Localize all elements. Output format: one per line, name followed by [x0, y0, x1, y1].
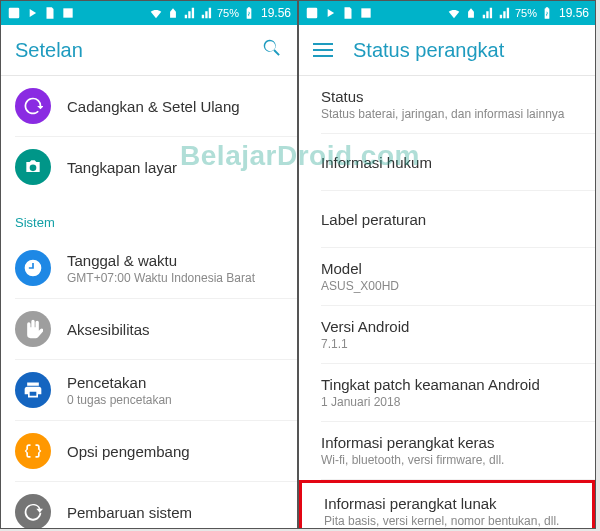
row-title: Cadangkan & Setel Ulang	[67, 98, 240, 115]
page-title: Status perangkat	[353, 39, 504, 62]
row-title: Pencetakan	[67, 374, 172, 391]
search-icon[interactable]	[261, 37, 283, 63]
row-sub: 0 tugas pencetakan	[67, 393, 172, 407]
row-sub: Pita basis, versi kernel, nomor bentukan…	[324, 514, 559, 528]
row-sub: 7.1.1	[321, 337, 409, 351]
row-title: Tanggal & waktu	[67, 252, 255, 269]
n-icon	[7, 6, 21, 20]
backup-icon	[15, 88, 51, 124]
braces-icon	[15, 433, 51, 469]
doc-icon	[43, 6, 57, 20]
play-icon	[323, 6, 337, 20]
clock-text: 19.56	[559, 6, 589, 20]
phone-settings: 75% 19.56 Setelan Cadangkan & Setel Ulan…	[0, 0, 298, 529]
row-title: Tangkapan layar	[67, 159, 177, 176]
signal-icon	[183, 6, 197, 20]
row-software-info[interactable]: Informasi perangkat lunak Pita basis, ve…	[299, 480, 595, 528]
row-accessibility[interactable]: Aksesibilitas	[1, 299, 297, 359]
row-title: Informasi perangkat lunak	[324, 495, 559, 512]
printer-icon	[15, 372, 51, 408]
status-bar: 75% 19.56	[1, 1, 297, 25]
row-status[interactable]: Status Status baterai, jaringan, dan inf…	[299, 76, 595, 133]
row-date-time[interactable]: Tanggal & waktu GMT+07:00 Waktu Indonesi…	[1, 238, 297, 298]
news-icon	[61, 6, 75, 20]
battery-icon	[242, 6, 256, 20]
row-title: Versi Android	[321, 318, 409, 335]
row-android-version[interactable]: Versi Android 7.1.1	[299, 306, 595, 363]
row-sub: 1 Januari 2018	[321, 395, 540, 409]
row-title: Informasi hukum	[321, 154, 432, 171]
play-icon	[25, 6, 39, 20]
svg-rect-2	[307, 8, 318, 19]
row-title: Informasi perangkat keras	[321, 434, 504, 451]
row-legal-info[interactable]: Informasi hukum	[299, 134, 595, 190]
clock-text: 19.56	[261, 6, 291, 20]
row-title: Pembaruan sistem	[67, 504, 192, 521]
row-hardware-info[interactable]: Informasi perangkat keras Wi-fi, bluetoo…	[299, 422, 595, 479]
row-sub: Wi-fi, bluetooth, versi firmware, dll.	[321, 453, 504, 467]
row-printing[interactable]: Pencetakan 0 tugas pencetakan	[1, 360, 297, 420]
doc-icon	[341, 6, 355, 20]
row-title: Model	[321, 260, 399, 277]
row-regulatory-label[interactable]: Label peraturan	[299, 191, 595, 247]
wifi-icon	[149, 6, 163, 20]
signal2-icon	[200, 6, 214, 20]
signal2-icon	[498, 6, 512, 20]
svg-rect-3	[361, 8, 370, 17]
section-system: Sistem	[1, 197, 297, 238]
row-title: Status	[321, 88, 564, 105]
data-icon	[166, 6, 180, 20]
battery-pct: 75%	[515, 7, 537, 19]
phone-device-status: 75% 19.56 Status perangkat Status Status…	[298, 0, 596, 529]
row-screenshot[interactable]: Tangkapan layar	[1, 137, 297, 197]
battery-icon	[540, 6, 554, 20]
row-sub: Status baterai, jaringan, dan informasi …	[321, 107, 564, 121]
page-title: Setelan	[15, 39, 83, 62]
signal-icon	[481, 6, 495, 20]
battery-pct: 75%	[217, 7, 239, 19]
clock-icon	[15, 250, 51, 286]
row-model[interactable]: Model ASUS_X00HD	[299, 248, 595, 305]
row-security-patch[interactable]: Tingkat patch keamanan Android 1 Januari…	[299, 364, 595, 421]
row-sub: GMT+07:00 Waktu Indonesia Barat	[67, 271, 255, 285]
status-bar: 75% 19.56	[299, 1, 595, 25]
update-icon	[15, 494, 51, 528]
menu-icon[interactable]	[313, 43, 333, 57]
row-system-update[interactable]: Pembaruan sistem	[1, 482, 297, 528]
settings-list[interactable]: Cadangkan & Setel Ulang Tangkapan layar …	[1, 76, 297, 528]
row-title: Opsi pengembang	[67, 443, 190, 460]
row-sub: ASUS_X00HD	[321, 279, 399, 293]
row-title: Tingkat patch keamanan Android	[321, 376, 540, 393]
news-icon	[359, 6, 373, 20]
row-title: Label peraturan	[321, 211, 426, 228]
screenshot-icon	[15, 149, 51, 185]
app-bar: Status perangkat	[299, 25, 595, 75]
n-icon	[305, 6, 319, 20]
wifi-icon	[447, 6, 461, 20]
row-title: Aksesibilitas	[67, 321, 150, 338]
svg-rect-0	[9, 8, 20, 19]
hand-icon	[15, 311, 51, 347]
row-developer-options[interactable]: Opsi pengembang	[1, 421, 297, 481]
row-backup-reset[interactable]: Cadangkan & Setel Ulang	[1, 76, 297, 136]
app-bar: Setelan	[1, 25, 297, 75]
svg-rect-1	[63, 8, 72, 17]
device-status-list[interactable]: Status Status baterai, jaringan, dan inf…	[299, 76, 595, 528]
data-icon	[464, 6, 478, 20]
